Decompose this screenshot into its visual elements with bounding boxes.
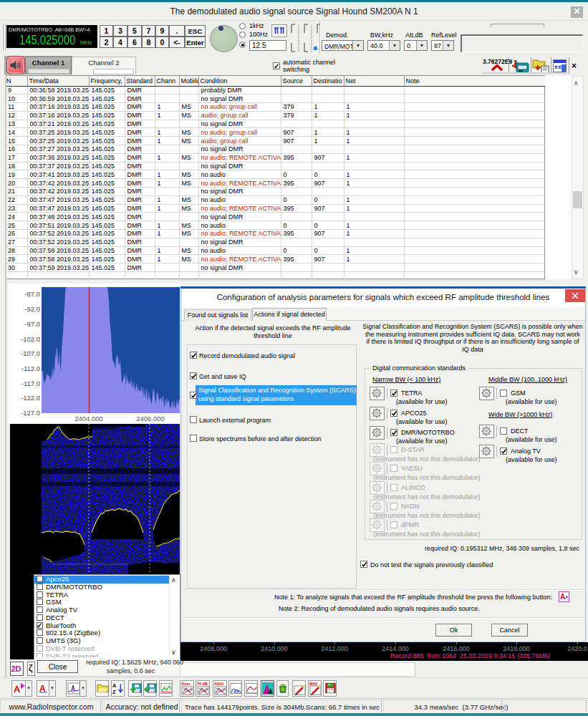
svg-text:Over.: Over.	[181, 682, 191, 686]
svg-text:A: A	[560, 593, 565, 601]
svg-text:MAX: MAX	[309, 682, 318, 686]
svg-text:Z: Z	[112, 689, 116, 695]
svg-text:AVrH: AVrH	[214, 682, 223, 686]
svg-text:70 dB: 70 dB	[197, 682, 208, 686]
svg-text:A: A	[14, 684, 21, 695]
